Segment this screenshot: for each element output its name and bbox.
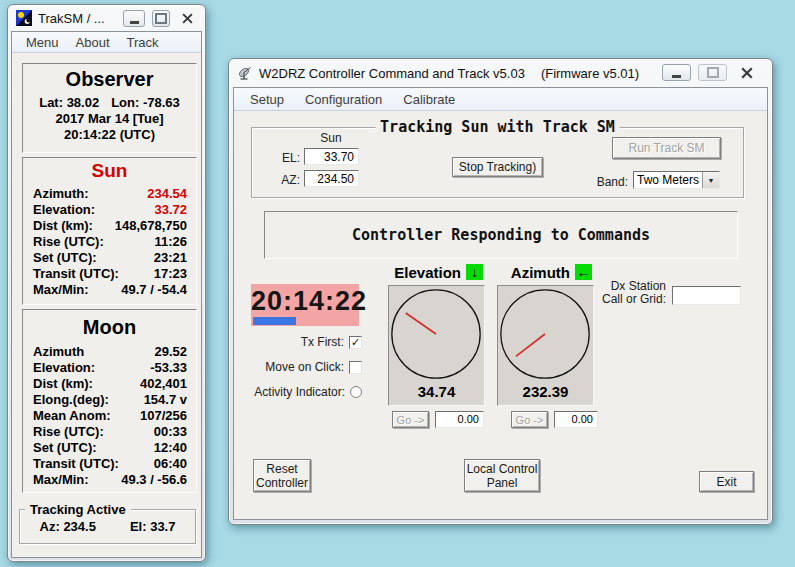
sun-row-transit: Transit (UTC):17:23 bbox=[23, 265, 196, 281]
moon-row-rise: Rise (UTC):00:33 bbox=[23, 423, 196, 439]
tx-first-option: Tx First: ✓ bbox=[229, 335, 362, 349]
chevron-down-icon[interactable]: ▼ bbox=[702, 172, 719, 188]
observer-date: 2017 Mar 14 [Tue] bbox=[23, 110, 196, 126]
azimuth-dial-value: 232.39 bbox=[498, 383, 593, 400]
elevation-dial-value: 34.74 bbox=[389, 383, 484, 400]
el-value-field[interactable]: 33.70 bbox=[304, 148, 359, 165]
close-icon[interactable] bbox=[734, 64, 760, 81]
azimuth-go-value-field[interactable]: 0.00 bbox=[554, 411, 598, 428]
azimuth-go-button[interactable]: Go -> bbox=[511, 411, 548, 428]
sun-row-azimuth: Azimuth:234.54 bbox=[23, 185, 196, 201]
sun-row-set: Set (UTC):23:21 bbox=[23, 249, 196, 265]
sun-row-elevation: Elevation:33.72 bbox=[23, 201, 196, 217]
azimuth-needle bbox=[516, 334, 545, 356]
down-arrow-icon: ↓ bbox=[466, 264, 483, 280]
sun-panel: Sun Azimuth:234.54 Elevation:33.72 Dist … bbox=[22, 157, 197, 305]
sun-row-rise: Rise (UTC):11:26 bbox=[23, 233, 196, 249]
band-dropdown[interactable]: Two Meters ▼ bbox=[633, 171, 720, 189]
dx-station-input[interactable] bbox=[672, 286, 741, 305]
controller-window: W2DRZ Controller Command and Track v5.03… bbox=[228, 58, 773, 525]
exit-button[interactable]: Exit bbox=[699, 471, 754, 492]
az-value-field[interactable]: 234.50 bbox=[304, 170, 359, 187]
controller-titlebar[interactable]: W2DRZ Controller Command and Track v5.03… bbox=[229, 59, 772, 87]
moon-panel: Moon Azimuth29.52 Elevation:-53.33 Dist … bbox=[22, 309, 197, 493]
moon-row-elong: Elong.(deg):154.7 v bbox=[23, 391, 196, 407]
sun-heading: Sun bbox=[23, 158, 196, 182]
controller-window-title: W2DRZ Controller Command and Track v5.03 bbox=[259, 66, 525, 81]
moon-row-maxmin: Max/Min:49.3 / -56.6 bbox=[23, 471, 196, 487]
close-icon[interactable] bbox=[177, 10, 197, 27]
moon-heading: Moon bbox=[23, 310, 196, 339]
reset-controller-label-line2: Controller bbox=[256, 476, 308, 490]
moon-row-azimuth: Azimuth29.52 bbox=[23, 343, 196, 359]
minimize-button[interactable] bbox=[662, 64, 691, 81]
tracking-sun-group: Tracking Sun with Track SM Sun EL: 33.70… bbox=[251, 127, 744, 198]
azimuth-dial-header: Azimuth ← bbox=[497, 263, 592, 281]
tracking-active-el: El: 33.7 bbox=[130, 519, 176, 534]
move-on-click-option: Move on Click: bbox=[229, 360, 362, 374]
clock-time: 20:14:22 bbox=[251, 284, 359, 318]
observer-panel: Observer Lat: 38.02 Lon: -78.63 2017 Mar… bbox=[22, 63, 197, 153]
desktop: TrakSM / ... Menu About Track Observer L… bbox=[0, 0, 795, 567]
utc-clock: 20:14:22 bbox=[251, 284, 359, 326]
elevation-dial[interactable]: 34.74 bbox=[388, 285, 485, 406]
clock-progress-bar bbox=[253, 317, 296, 325]
traksm-menubar: Menu About Track bbox=[12, 32, 201, 53]
moon-row-set: Set (UTC):12:40 bbox=[23, 439, 196, 455]
reset-controller-button[interactable]: Reset Controller bbox=[253, 459, 311, 492]
menu-item-configuration[interactable]: Configuration bbox=[303, 92, 384, 107]
el-label: EL: bbox=[270, 151, 300, 165]
move-on-click-checkbox[interactable] bbox=[349, 361, 362, 374]
elevation-go-button[interactable]: Go -> bbox=[392, 411, 429, 428]
elevation-dial-title: Elevation bbox=[394, 264, 461, 281]
minimize-button[interactable] bbox=[123, 10, 145, 27]
activity-indicator-radio[interactable] bbox=[350, 386, 362, 398]
observer-lat: Lat: 38.02 bbox=[39, 95, 99, 110]
observer-lon: Lon: -78.63 bbox=[111, 95, 180, 110]
menu-item-calibrate[interactable]: Calibrate bbox=[401, 92, 457, 107]
activity-indicator-label: Activity Indicator: bbox=[254, 385, 345, 399]
maximize-button[interactable] bbox=[698, 64, 727, 81]
sun-readout-label: Sun bbox=[304, 131, 358, 145]
band-label: Band: bbox=[582, 175, 628, 189]
azimuth-dial-face bbox=[499, 288, 591, 380]
azimuth-dial[interactable]: 232.39 bbox=[497, 285, 594, 406]
dx-station-label: Dx Station Call or Grid: bbox=[589, 280, 666, 306]
move-on-click-label: Move on Click: bbox=[265, 360, 344, 374]
elevation-go-value-field[interactable]: 0.00 bbox=[435, 411, 484, 428]
controller-menubar: Setup Configuration Calibrate bbox=[234, 88, 767, 111]
left-arrow-icon: ← bbox=[575, 264, 592, 280]
observer-utc-time: 20:14:22 (UTC) bbox=[23, 126, 196, 142]
tx-first-label: Tx First: bbox=[301, 335, 344, 349]
reset-controller-label-line1: Reset bbox=[266, 462, 297, 476]
tracking-sun-group-title: Tracking Sun with Track SM bbox=[375, 118, 620, 136]
azimuth-dial-title: Azimuth bbox=[511, 264, 570, 281]
menu-item-setup[interactable]: Setup bbox=[248, 92, 286, 107]
menu-item-about[interactable]: About bbox=[74, 35, 112, 50]
observer-heading: Observer bbox=[23, 64, 196, 91]
traksm-window: TrakSM / ... Menu About Track Observer L… bbox=[7, 4, 206, 562]
controller-app-icon bbox=[237, 65, 253, 81]
traksm-titlebar[interactable]: TrakSM / ... bbox=[8, 5, 205, 31]
local-control-label-line2: Panel bbox=[487, 476, 518, 490]
stop-tracking-button[interactable]: Stop Tracking) bbox=[452, 157, 543, 177]
tracking-active-title: Tracking Active bbox=[25, 502, 131, 517]
elevation-needle bbox=[406, 313, 436, 334]
moon-row-elevation: Elevation:-53.33 bbox=[23, 359, 196, 375]
band-selected-value: Two Meters bbox=[634, 172, 702, 188]
sun-row-dist: Dist (km):148,678,750 bbox=[23, 217, 196, 233]
moon-row-dist: Dist (km):402,401 bbox=[23, 375, 196, 391]
controller-firmware-version: (Firmware v5.01) bbox=[541, 66, 639, 81]
traksm-window-title: TrakSM / ... bbox=[38, 11, 105, 26]
az-label: AZ: bbox=[270, 173, 300, 187]
tx-first-checkbox[interactable]: ✓ bbox=[349, 336, 362, 349]
status-message-box: Controller Responding to Commands bbox=[264, 211, 738, 259]
status-message: Controller Responding to Commands bbox=[352, 226, 650, 244]
tracking-active-group: Tracking Active Az: 234.5 El: 33.7 bbox=[19, 509, 196, 544]
run-track-sm-button[interactable]: Run Track SM bbox=[612, 137, 721, 159]
maximize-button[interactable] bbox=[152, 10, 170, 27]
menu-item-menu[interactable]: Menu bbox=[24, 35, 61, 50]
activity-indicator-option: Activity Indicator: bbox=[229, 385, 362, 399]
local-control-panel-button[interactable]: Local Control Panel bbox=[464, 459, 540, 492]
menu-item-track[interactable]: Track bbox=[125, 35, 161, 50]
